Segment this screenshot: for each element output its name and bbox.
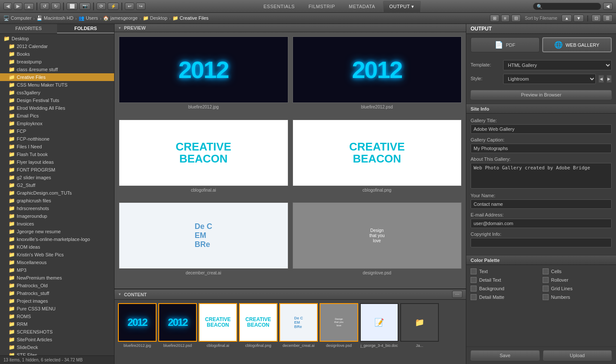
sidebar-item-fcp-notthisone[interactable]: 📁FCP-notthisone <box>0 135 114 143</box>
sidebar-item-files-i-need[interactable]: 📁Files I Need <box>0 143 114 150</box>
sidebar-item-miscellaneous[interactable]: 📁Miscellaneous <box>0 259 114 266</box>
upload-btn[interactable]: Upload <box>543 350 612 361</box>
preview-item[interactable]: CREATIVEBEACON cblogofinal.ai <box>119 120 288 199</box>
tab-output[interactable]: OUTPUT ▾ <box>383 1 421 12</box>
sidebar-item-hdrscreenshots[interactable]: 📁hdrscreenshots <box>0 205 114 212</box>
content-thumb-item[interactable]: 2012 bluefire2012.jpg <box>118 303 157 348</box>
preview-browser-btn[interactable]: Preview in Browser <box>471 90 612 99</box>
content-thumb-item[interactable]: CREATIVEBEACON cblogofinal.ai <box>199 303 237 348</box>
color-cells-checkbox[interactable] <box>543 268 549 274</box>
preview-item[interactable]: CREATIVEBEACON cblogofinal.png <box>293 120 462 199</box>
preview-item[interactable]: De CEMBRe december_creat.ai <box>119 202 288 281</box>
sidebar-item-knoxvilles-online-marketplace-logo[interactable]: 📁knoxville's-online-marketplace-logo <box>0 235 114 243</box>
content-thumb-item[interactable]: 📝 j_george_3-4_bio.doc <box>360 303 399 348</box>
search-input[interactable] <box>533 3 601 10</box>
sidebar-item-rrm[interactable]: 📁RRM <box>0 320 114 328</box>
back-btn[interactable]: ◀ <box>3 3 12 10</box>
rotate-left-btn[interactable]: ↺ <box>40 3 49 10</box>
sidebar-item-kom-ideas[interactable]: 📁KOM ideas <box>0 243 114 251</box>
email-input[interactable] <box>471 219 612 228</box>
content-scroll[interactable]: 2012 bluefire2012.jpg 2012 bluefire2012.… <box>115 300 466 364</box>
style-select[interactable]: Lightroom <box>503 74 596 84</box>
color-background-checkbox[interactable] <box>471 286 477 292</box>
color-detail-matte-checkbox[interactable] <box>471 294 477 300</box>
sidebar-item-employknox[interactable]: 📁Employknox <box>0 120 114 127</box>
sidebar-item-class-resume-stuff[interactable]: 📁class &resume stuff <box>0 66 114 73</box>
open-btn[interactable]: ⬜ <box>66 3 78 10</box>
sidebar-item-design-festival-tuts[interactable]: 📁Design Festival Tuts <box>0 96 114 104</box>
content-thumb-item[interactable]: 📁 Ja... <box>400 303 439 348</box>
sort-asc-btn[interactable]: ▲ <box>562 15 572 22</box>
sidebar-tab-favorites[interactable]: FAVORITES <box>0 24 57 33</box>
filter-btn[interactable]: ⊡ <box>592 15 601 22</box>
style-next-btn[interactable]: ▶ <box>607 75 612 83</box>
search-btn[interactable]: ◀ <box>603 3 613 10</box>
content-thumb-item[interactable]: 2012 bluefire2012.psd <box>158 303 197 348</box>
sidebar-item-elrod-wedding-all-files[interactable]: 📁Elrod Wedding All Files <box>0 104 114 112</box>
sidebar-item-graphicrush-files[interactable]: 📁graphicrush files <box>0 197 114 205</box>
sidebar-item-pure-css3-menu[interactable]: 📁Pure CSS3 MENU <box>0 305 114 313</box>
content-collapse-btn[interactable]: ⋯ <box>452 291 462 298</box>
copyright-input[interactable] <box>471 238 612 247</box>
sidebar-item-g2-slider-images[interactable]: 📁g2 slider images <box>0 174 114 181</box>
bc-hd[interactable]: 💾 Macintosh HD <box>36 15 73 21</box>
sidebar-item-fcp[interactable]: 📁FCP <box>0 127 114 135</box>
color-detail-text-checkbox[interactable] <box>471 277 477 283</box>
gallery-title-input[interactable] <box>471 124 612 134</box>
sidebar-item-jgeorge-new-resume[interactable]: 📁Jgeorge new resume <box>0 228 114 235</box>
refresh-btn[interactable]: ⟳ <box>97 3 106 10</box>
sidebar-item-slidedeck[interactable]: 📁SlideDeck <box>0 343 114 351</box>
back2-btn[interactable]: ↩ <box>125 3 134 10</box>
sidebar-item-flash-tut-book[interactable]: 📁Flash Tut book <box>0 150 114 158</box>
sidebar-item-ste-files[interactable]: 📁STE Files <box>0 351 114 355</box>
view-detail-btn[interactable]: ⊟ <box>511 15 521 22</box>
sidebar-item-screenshots[interactable]: 📁SCREENSHOTS <box>0 328 114 336</box>
sidebar-item-phatrocksold[interactable]: 📁Phatrocks_Old <box>0 282 114 289</box>
sidebar-item-email-pics[interactable]: 📁Email Pics <box>0 112 114 120</box>
sidebar-item-g2stuff[interactable]: 📁G2_Stuff <box>0 181 114 189</box>
tab-metadata[interactable]: METADATA <box>343 1 381 12</box>
sidebar-item-css3gallery[interactable]: 📁css3gallery <box>0 89 114 96</box>
color-text-checkbox[interactable] <box>471 268 477 274</box>
camera-btn[interactable]: 📷 <box>79 3 91 10</box>
sidebar-item-books[interactable]: 📁Books <box>0 50 114 58</box>
sidebar-item-desktop[interactable]: 📁Desktop <box>0 35 114 42</box>
sidebar-item-creative-files[interactable]: 📁Creative Files <box>0 73 114 81</box>
sidebar-item-flyer-layout-ideas[interactable]: 📁Flyer layout ideas <box>0 158 114 166</box>
more-btn[interactable]: ☰ <box>603 15 613 22</box>
tab-essentials[interactable]: ESSENTIALS <box>257 1 301 12</box>
preview-item[interactable]: Designthat youlove designlove.psd <box>293 202 462 281</box>
sidebar-item-imageroundup[interactable]: 📁Imageroundup <box>0 212 114 220</box>
sidebar-item-2012-calendar[interactable]: 📁2012 Calendar <box>0 42 114 50</box>
rotate-right-btn[interactable]: ↻ <box>51 3 60 10</box>
sidebar-item-roms[interactable]: 📁ROMS <box>0 313 114 320</box>
content-thumb-item[interactable]: De CEMBRe december_creat.ai <box>279 303 318 348</box>
tab-filmstrip[interactable]: FILMSTRIP <box>302 1 341 12</box>
sidebar-item-phatrocksstuff[interactable]: 📁Phatrocks_stuff <box>0 289 114 297</box>
bc-user[interactable]: 🏠 jamesgeorge <box>103 15 138 21</box>
sidebar-tab-folders[interactable]: FOLDERS <box>57 24 114 33</box>
forward-btn[interactable]: ▶ <box>14 3 22 10</box>
view-toggle-btn[interactable]: ⊞ <box>490 15 499 22</box>
color-numbers-checkbox[interactable] <box>543 294 549 300</box>
bc-current[interactable]: 📁 Creative Files <box>172 15 208 21</box>
gallery-caption-input[interactable] <box>471 144 612 153</box>
preview-item[interactable]: 2012 bluefire2012.jpg <box>119 36 288 115</box>
preview-item[interactable]: 2012 bluefire2012.psd <box>293 36 462 115</box>
sort-desc-btn[interactable]: ▼ <box>574 15 584 22</box>
template-select[interactable]: HTML Gallery <box>503 60 612 70</box>
up-btn[interactable]: ▲ <box>24 3 34 10</box>
web-gallery-btn[interactable]: 🌐 WEB GALLERY <box>542 37 612 52</box>
sidebar-item-invoices[interactable]: 📁Invoices <box>0 220 114 228</box>
content-thumb-item[interactable]: Designthat youlove designlove.psd <box>320 303 358 348</box>
bc-computer[interactable]: 🖥️ Computer <box>3 15 31 21</box>
fwd2-btn[interactable]: ↪ <box>136 3 145 10</box>
color-gridlines-checkbox[interactable] <box>543 286 549 292</box>
your-name-input[interactable] <box>471 199 612 209</box>
sidebar-item-kristins-web-site-pics[interactable]: 📁Kristin's Web Site Pics <box>0 251 114 259</box>
sidebar-item-font-progrsm[interactable]: 📁FONT PROGRSM <box>0 166 114 174</box>
sidebar-item-css-menu-maker-tuts[interactable]: 📁CSS Menu Maker TUTS <box>0 81 114 89</box>
action-btn[interactable]: ⚡ <box>108 3 119 10</box>
bc-users[interactable]: 👥 Users <box>79 15 98 21</box>
color-rollover-checkbox[interactable] <box>543 277 549 283</box>
